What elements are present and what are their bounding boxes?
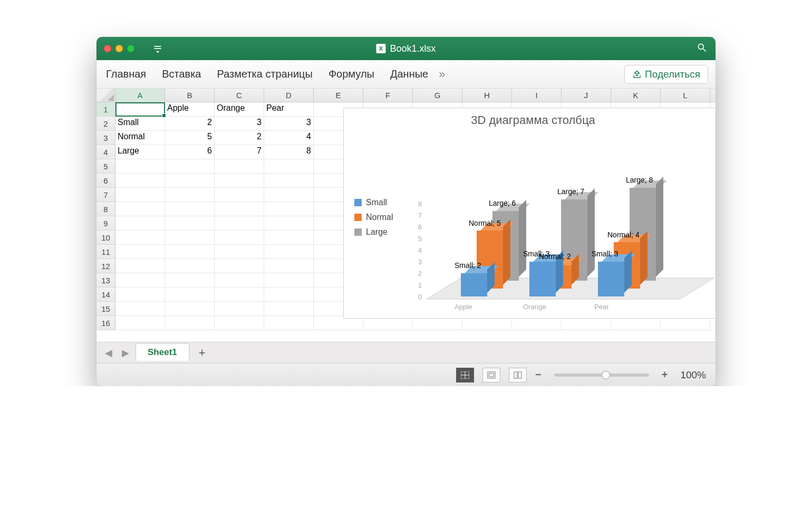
sheet-tab-active[interactable]: Sheet1 [136, 343, 189, 361]
cell-C2[interactable]: 3 [215, 117, 264, 131]
cell[interactable] [215, 159, 264, 174]
zoom-percent[interactable]: 100% [680, 369, 706, 381]
cell[interactable] [115, 302, 165, 316]
cell-D1[interactable]: Pear [264, 102, 314, 117]
more-tabs-icon[interactable]: » [439, 68, 444, 81]
cell[interactable] [264, 159, 314, 174]
cell[interactable] [215, 174, 264, 188]
cell[interactable] [115, 259, 165, 273]
col-header-E[interactable]: E [314, 89, 363, 102]
cell[interactable] [165, 302, 215, 316]
row-header-4[interactable]: 4 [96, 145, 115, 159]
cell[interactable] [165, 288, 215, 302]
chart-plot-area[interactable]: 0 1 2 3 4 5 6 7 8 [412, 135, 716, 309]
bar-small-orange[interactable] [529, 262, 556, 296]
cell[interactable] [215, 245, 264, 259]
tab-insert[interactable]: Вставка [162, 68, 201, 80]
prev-sheet-icon[interactable]: ◀ [102, 347, 115, 359]
cell[interactable] [165, 216, 215, 231]
cell[interactable] [264, 302, 314, 316]
cell[interactable] [115, 159, 165, 174]
cell[interactable] [165, 231, 215, 245]
cell[interactable] [264, 316, 314, 330]
chart-legend[interactable]: Small Normal Large [354, 198, 393, 242]
cell[interactable] [264, 259, 314, 273]
cell[interactable] [264, 202, 314, 216]
legend-item-large[interactable]: Large [354, 227, 393, 237]
legend-item-normal[interactable]: Normal [354, 213, 393, 222]
chart-title[interactable]: 3D диаграмма столбца [344, 113, 716, 127]
col-header-K[interactable]: K [611, 89, 661, 102]
cells[interactable]: Apple Orange Pear Small 2 3 3 Normal 5 2… [115, 102, 716, 342]
cell[interactable] [115, 231, 165, 245]
cell[interactable] [215, 259, 264, 273]
quick-access-toolbar[interactable] [152, 43, 163, 54]
zoom-out-button[interactable]: − [535, 369, 542, 381]
col-header-B[interactable]: B [165, 89, 215, 102]
cell-B1[interactable]: Apple [165, 102, 215, 117]
row-header-3[interactable]: 3 [96, 131, 115, 145]
cell-D3[interactable]: 4 [264, 131, 314, 145]
col-header-I[interactable]: I [512, 89, 562, 102]
cell[interactable] [115, 316, 165, 330]
view-normal-button[interactable] [456, 368, 474, 382]
select-all-corner[interactable] [96, 89, 115, 102]
cell[interactable] [165, 259, 215, 273]
view-page-break-button[interactable] [509, 368, 527, 382]
cell[interactable] [165, 316, 215, 330]
row-header-8[interactable]: 8 [96, 202, 115, 216]
cell[interactable] [215, 288, 264, 302]
tab-home[interactable]: Главная [106, 68, 146, 80]
cell[interactable] [165, 273, 215, 288]
cell[interactable] [264, 245, 314, 259]
row-header-15[interactable]: 15 [96, 302, 115, 316]
cell[interactable] [215, 188, 264, 202]
cell-B2[interactable]: 2 [165, 117, 215, 131]
next-sheet-icon[interactable]: ▶ [119, 347, 132, 359]
cell[interactable] [215, 231, 264, 245]
col-header-L[interactable]: L [661, 89, 710, 102]
tab-data[interactable]: Данные [390, 68, 428, 80]
col-header-C[interactable]: C [215, 89, 264, 102]
cell[interactable] [264, 216, 314, 231]
cell-C4[interactable]: 7 [215, 145, 264, 159]
cell[interactable] [115, 216, 165, 231]
maximize-icon[interactable] [127, 45, 134, 52]
zoom-slider[interactable] [554, 374, 649, 377]
row-header-2[interactable]: 2 [96, 117, 115, 131]
zoom-thumb[interactable] [602, 371, 610, 379]
row-header-6[interactable]: 6 [96, 174, 115, 188]
row-header-11[interactable]: 11 [96, 245, 115, 259]
cell[interactable] [115, 202, 165, 216]
row-header-16[interactable]: 16 [96, 316, 115, 330]
row-header-7[interactable]: 7 [96, 188, 115, 202]
cell[interactable] [115, 188, 165, 202]
minimize-icon[interactable] [115, 45, 123, 52]
row-header-12[interactable]: 12 [96, 259, 115, 273]
cell-C3[interactable]: 2 [215, 131, 264, 145]
cell[interactable] [264, 273, 314, 288]
close-icon[interactable] [104, 45, 111, 52]
row-header-14[interactable]: 14 [96, 288, 115, 302]
cell-A1[interactable] [115, 102, 165, 117]
search-button[interactable] [697, 42, 707, 55]
legend-item-small[interactable]: Small [354, 198, 393, 207]
cell[interactable] [215, 202, 264, 216]
row-header-10[interactable]: 10 [96, 231, 115, 245]
cell[interactable] [115, 273, 165, 288]
tab-page-layout[interactable]: Разметка страницы [217, 68, 312, 80]
cell[interactable] [165, 174, 215, 188]
cell-C1[interactable]: Orange [215, 102, 264, 117]
zoom-in-button[interactable]: + [662, 369, 668, 381]
col-header-A[interactable]: A [115, 89, 165, 102]
cell-A4[interactable]: Large [115, 145, 165, 159]
cell[interactable] [215, 216, 264, 231]
share-button[interactable]: Поделиться [624, 65, 708, 84]
cell[interactable] [165, 159, 215, 174]
cell[interactable] [215, 316, 264, 330]
cell[interactable] [215, 273, 264, 288]
cell-B4[interactable]: 6 [165, 145, 215, 159]
cell[interactable] [165, 245, 215, 259]
col-header-J[interactable]: J [562, 89, 611, 102]
customize-qat-icon[interactable] [152, 43, 163, 54]
